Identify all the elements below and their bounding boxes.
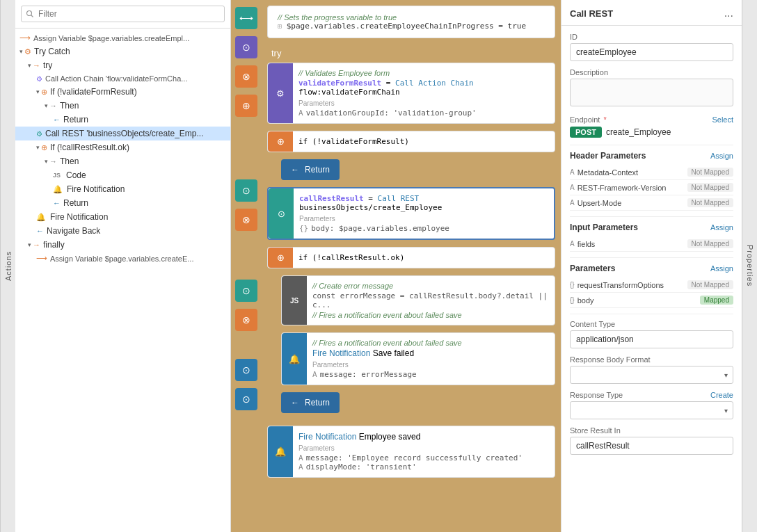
js-code-2: // Fires a notification event about fail…	[312, 311, 548, 319]
orange-tool-btn-2[interactable]: ⊕	[235, 95, 257, 117]
teal-tool-btn-3[interactable]: ⊙	[235, 280, 257, 302]
input-params-assign[interactable]: Assign	[710, 223, 733, 232]
teal-tool-btn-2[interactable]: ⊙	[235, 179, 257, 202]
header-params-assign[interactable]: Assign	[710, 152, 733, 160]
return-btn-2[interactable]: ← Return	[281, 392, 340, 413]
params-title: Parameters	[570, 264, 615, 273]
prop-header: Call REST ...	[561, 0, 742, 26]
callrest-code: callRestResult = Call REST businessObjec…	[299, 194, 547, 212]
canvas-area: ⟷ ⊙ ⊗ ⊕ ⊙ ⊗ ⊙ ⊗ ⊙ ⊙ // Sets the progress…	[231, 0, 561, 532]
input-params-section-header: Input Parameters Assign	[570, 223, 733, 232]
banner-comment: // Sets the progress variable to true	[278, 13, 545, 22]
return-icon: ←	[53, 115, 61, 124]
id-label: ID	[570, 33, 577, 41]
banner-code: ⊞ $page.variables.createEmployeeChainInP…	[278, 22, 545, 31]
orange-tool-btn[interactable]: ⊗	[235, 65, 257, 88]
divider-4	[570, 314, 733, 314]
input-row-fields: A fields Not Mapped	[570, 236, 733, 252]
return-icon-1: ←	[291, 165, 299, 175]
header-row-upsert-badge: Not Mapped	[687, 198, 733, 207]
assign-icon-2: ⟶	[36, 254, 47, 263]
input-row-fields-badge: Not Mapped	[687, 239, 733, 248]
more-options-btn[interactable]: ...	[724, 7, 733, 19]
if-callrest-card[interactable]: ⊕ if (!callRestResult.ok)	[267, 247, 555, 268]
js-stripe: JS	[282, 276, 307, 325]
callrest-card[interactable]: ⊙ callRestResult = Call REST businessObj…	[267, 187, 555, 240]
orange-tool-btn-4[interactable]: ⊗	[235, 309, 257, 331]
validate-comment: // Validates Employee form	[298, 69, 548, 77]
params-assign[interactable]: Assign	[710, 264, 733, 273]
tree-item-assign-var[interactable]: ⟶ Assign Variable $page.variables.create…	[15, 31, 230, 45]
main-canvas: // Sets the progress variable to true ⊞ …	[262, 0, 561, 532]
canvas-toolbar: ⟷ ⊙ ⊗ ⊕ ⊙ ⊗ ⊙ ⊗ ⊙ ⊙	[231, 0, 262, 532]
tree-item-fire-notif-2[interactable]: 🔔 Fire Notification	[15, 210, 230, 224]
header-row-upsert-name: Upsert-Mode	[577, 199, 622, 207]
input-row-fields-name: fields	[577, 240, 596, 248]
response-body-format-field: Response Body Format	[570, 355, 733, 384]
tree-item-call-rest[interactable]: ⚙ Call REST 'businessObjects/create_Emp.…	[15, 127, 230, 140]
banner-card: // Sets the progress variable to true ⊞ …	[267, 6, 555, 38]
content-type-input[interactable]	[570, 330, 733, 348]
tree-item-finally[interactable]: ▾ → finally	[15, 238, 230, 252]
notif-card-1[interactable]: 🔔 // Fires a notification event about fa…	[281, 332, 555, 385]
tree-item-assign-var-2[interactable]: ⟶ Assign Variable $page.variables.create…	[15, 252, 230, 265]
sidebar-search-container	[15, 0, 230, 29]
tree-item-navigate-back[interactable]: ← Navigate Back	[15, 224, 230, 238]
if-validate-card[interactable]: ⊕ if (!validateFormResult)	[267, 131, 555, 152]
tree-item-try-catch[interactable]: ▾ ⚙ Try Catch	[15, 45, 230, 58]
blue-tool-btn[interactable]: ⊙	[235, 359, 257, 381]
id-input[interactable]	[570, 43, 733, 61]
id-field: ID	[570, 33, 733, 61]
blue-tool-btn-2[interactable]: ⊙	[235, 388, 257, 410]
tree-item-return-2[interactable]: ← Return	[15, 196, 230, 210]
params-row-transform-badge: Not Mapped	[687, 280, 733, 289]
endpoint-select-link[interactable]: Select	[712, 115, 733, 124]
bell-icon-1: 🔔	[53, 185, 63, 194]
properties-label: Properties	[742, 0, 757, 532]
tree-item-then-2[interactable]: ▾ → Then	[15, 154, 230, 168]
response-type-label: Response Type	[570, 391, 623, 399]
validate-code: validateFormResult = Call Action Chain f…	[298, 79, 548, 97]
bottom-notif-card[interactable]: 🔔 Fire Notification Employee saved Param…	[267, 426, 555, 478]
store-result-label: Store Result In	[570, 426, 621, 435]
validate-card[interactable]: ⚙ // Validates Employee form validateFor…	[267, 63, 555, 124]
tree-item-if-validate[interactable]: ▾ ⊕ If (!validateFormResult)	[15, 85, 230, 99]
response-type-create-link[interactable]: Create	[710, 391, 733, 399]
arrow-icon: →	[33, 61, 40, 70]
description-field: Description	[570, 68, 733, 108]
return-btn-1[interactable]: ← Return	[281, 159, 340, 180]
response-body-format-label: Response Body Format	[570, 355, 651, 364]
teal-tool-btn[interactable]: ⟷	[235, 7, 257, 29]
purple-tool-btn[interactable]: ⊙	[235, 36, 257, 58]
validate-param-1: AvalidationGroupId: 'validation-group'	[298, 108, 548, 118]
validate-params-label: Parameters	[298, 99, 548, 107]
description-input[interactable]	[570, 79, 733, 106]
tree-item-fire-notif-1[interactable]: 🔔 Fire Notification	[15, 182, 230, 196]
row-icon-b1: {}	[570, 281, 575, 289]
tree-item-call-action[interactable]: ⚙ Call Action Chain 'flow:validateFormCh…	[15, 72, 230, 85]
tree-item-if-callrest[interactable]: ▾ ⊕ If (!callRestResult.ok)	[15, 140, 230, 154]
params-row-body-badge: Mapped	[700, 296, 733, 305]
notif-params-label-1: Parameters	[312, 361, 548, 369]
rest-icon: ⚙	[36, 130, 42, 138]
header-row-metadata: A Metadata-Context Not Mapped	[570, 165, 733, 180]
store-result-input[interactable]	[570, 437, 733, 455]
tree-item-code[interactable]: JS Code	[15, 168, 230, 182]
row-icon-a3: A	[570, 199, 575, 207]
response-type-select[interactable]	[570, 401, 733, 419]
return-icon-2: ←	[53, 199, 61, 207]
search-input[interactable]	[21, 6, 225, 22]
try-label: try	[267, 47, 555, 60]
orange-tool-btn-3[interactable]: ⊗	[235, 209, 257, 231]
row-icon-a2: A	[570, 184, 575, 191]
if-validate-condition: if (!validateFormResult)	[298, 137, 548, 146]
content-type-label: Content Type	[570, 320, 615, 328]
if-validate-stripe: ⊕	[268, 131, 293, 152]
tree-item-return-1[interactable]: ← Return	[15, 113, 230, 127]
tree-item-then-1[interactable]: ▾ → Then	[15, 99, 230, 113]
response-body-format-select[interactable]	[570, 366, 733, 384]
params-section-header: Parameters Assign	[570, 264, 733, 273]
js-comment: // Create error message	[312, 282, 548, 290]
tree-item-try[interactable]: ▾ → try	[15, 58, 230, 72]
js-card[interactable]: JS // Create error message const errorMe…	[281, 275, 555, 325]
